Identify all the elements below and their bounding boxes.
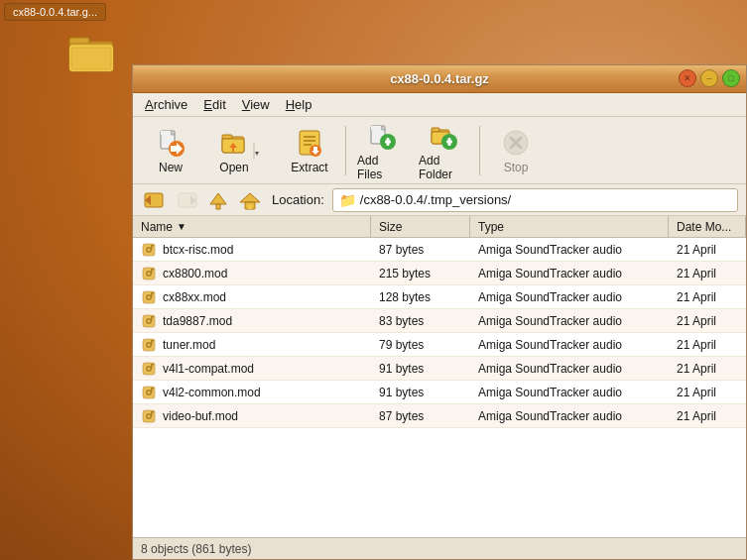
back-button[interactable] bbox=[141, 188, 169, 212]
col-header-date[interactable]: Date Mo... bbox=[669, 216, 746, 237]
file-type-cell: Amiga SoundTracker audio bbox=[470, 409, 669, 423]
file-type-cell: Amiga SoundTracker audio bbox=[470, 314, 669, 328]
svg-rect-56 bbox=[151, 269, 154, 271]
stop-button[interactable]: Stop bbox=[486, 122, 546, 179]
file-audio-icon bbox=[141, 289, 157, 305]
file-type-cell: Amiga SoundTracker audio bbox=[470, 338, 669, 352]
taskbar-item[interactable]: cx88-0.0.4.tar.g... bbox=[4, 3, 106, 21]
file-date-cell: 21 April bbox=[669, 267, 746, 280]
svg-rect-46 bbox=[248, 204, 252, 209]
svg-marker-16 bbox=[255, 152, 259, 156]
extract-icon bbox=[294, 127, 325, 159]
menu-help[interactable]: Help bbox=[278, 95, 320, 114]
file-name: v4l2-common.mod bbox=[163, 386, 261, 399]
file-name-cell: v4l1-compat.mod bbox=[133, 361, 371, 377]
svg-point-64 bbox=[148, 319, 151, 322]
file-name-cell: tuner.mod bbox=[133, 337, 371, 353]
file-audio-icon bbox=[141, 385, 157, 400]
window-title: cx88-0.0.4.tar.gz bbox=[390, 71, 489, 86]
file-name-cell: cx8800.mod bbox=[133, 266, 371, 281]
stop-icon bbox=[500, 127, 532, 159]
file-audio-icon bbox=[141, 313, 157, 329]
open-dropdown-arrow[interactable] bbox=[250, 139, 262, 163]
file-audio-icon bbox=[141, 408, 157, 424]
desktop-folder-icon[interactable] bbox=[67, 28, 115, 75]
table-row[interactable]: tuner.mod 79 bytes Amiga SoundTracker au… bbox=[133, 333, 746, 357]
table-row[interactable]: tda9887.mod 83 bytes Amiga SoundTracker … bbox=[133, 309, 746, 333]
file-name: cx8800.mod bbox=[163, 267, 227, 280]
file-type-cell: Amiga SoundTracker audio bbox=[470, 386, 669, 399]
home-button[interactable] bbox=[236, 188, 264, 212]
location-path: /cx88-0.0.4/.tmp_versions/ bbox=[360, 192, 511, 207]
svg-rect-34 bbox=[448, 138, 451, 146]
toolbar-separator-2 bbox=[479, 126, 480, 175]
locationbar: Location: 📁 /cx88-0.0.4/.tmp_versions/ bbox=[133, 184, 746, 216]
col-header-type[interactable]: Type bbox=[470, 216, 669, 237]
close-button[interactable]: ✕ bbox=[679, 69, 696, 87]
table-row[interactable]: cx8800.mod 215 bytes Amiga SoundTracker … bbox=[133, 262, 746, 285]
file-type-cell: Amiga SoundTracker audio bbox=[470, 267, 669, 280]
file-size-cell: 128 bytes bbox=[371, 290, 470, 304]
sort-arrow-name: ▼ bbox=[177, 221, 187, 232]
statusbar: 8 objects (861 bytes) bbox=[133, 537, 746, 559]
svg-point-84 bbox=[148, 414, 151, 417]
svg-point-54 bbox=[148, 272, 151, 275]
svg-marker-42 bbox=[210, 193, 226, 204]
add-files-icon bbox=[366, 120, 398, 152]
svg-rect-61 bbox=[151, 292, 154, 294]
extract-button[interactable]: Extract bbox=[280, 122, 339, 179]
new-button[interactable]: New bbox=[141, 122, 200, 179]
file-list-body: btcx-risc.mod 87 bytes Amiga SoundTracke… bbox=[133, 238, 746, 537]
open-button[interactable]: Open bbox=[202, 122, 278, 179]
file-date-cell: 21 April bbox=[669, 338, 746, 352]
file-date-cell: 21 April bbox=[669, 409, 746, 423]
svg-rect-7 bbox=[161, 131, 171, 135]
file-date-cell: 21 April bbox=[669, 314, 746, 328]
table-row[interactable]: btcx-risc.mod 87 bytes Amiga SoundTracke… bbox=[133, 238, 746, 262]
file-type-cell: Amiga SoundTracker audio bbox=[470, 362, 669, 376]
menu-edit[interactable]: Edit bbox=[195, 95, 233, 114]
open-icon bbox=[218, 127, 250, 159]
new-icon bbox=[155, 127, 187, 159]
svg-rect-81 bbox=[151, 388, 154, 390]
col-header-size[interactable]: Size bbox=[371, 216, 470, 237]
svg-rect-43 bbox=[216, 204, 220, 209]
minimize-button[interactable]: – bbox=[700, 69, 718, 87]
window-titlebar: cx88-0.0.4.tar.gz ✕ – □ bbox=[133, 65, 746, 93]
svg-marker-44 bbox=[240, 193, 260, 202]
extract-button-label: Extract bbox=[291, 161, 327, 174]
table-row[interactable]: cx88xx.mod 128 bytes Amiga SoundTracker … bbox=[133, 285, 746, 309]
add-folder-icon bbox=[428, 120, 459, 152]
location-bar-input[interactable]: 📁 /cx88-0.0.4/.tmp_versions/ bbox=[332, 188, 738, 212]
table-row[interactable]: video-buf.mod 87 bytes Amiga SoundTracke… bbox=[133, 404, 746, 428]
add-files-button-label: Add Files bbox=[357, 154, 407, 181]
svg-point-49 bbox=[148, 248, 151, 251]
table-row[interactable]: v4l1-compat.mod 91 bytes Amiga SoundTrac… bbox=[133, 357, 746, 381]
file-name-cell: v4l2-common.mod bbox=[133, 385, 371, 400]
col-header-name[interactable]: Name ▼ bbox=[133, 216, 371, 237]
menu-view[interactable]: View bbox=[234, 95, 278, 114]
file-name-cell: btcx-risc.mod bbox=[133, 242, 371, 258]
file-list-header: Name ▼ Size Type Date Mo... bbox=[133, 216, 746, 238]
file-audio-icon bbox=[141, 266, 157, 281]
location-label: Location: bbox=[272, 192, 324, 207]
file-name-cell: tda9887.mod bbox=[133, 313, 371, 329]
file-audio-icon bbox=[141, 361, 157, 377]
file-size-cell: 215 bytes bbox=[371, 267, 470, 280]
window-controls: ✕ – □ bbox=[679, 69, 740, 87]
add-files-button[interactable]: Add Files bbox=[352, 122, 412, 179]
file-date-cell: 21 April bbox=[669, 243, 746, 257]
maximize-button[interactable]: □ bbox=[722, 69, 740, 87]
file-name: tuner.mod bbox=[163, 338, 215, 352]
menu-archive[interactable]: Archive bbox=[137, 95, 195, 114]
forward-button[interactable] bbox=[173, 188, 200, 212]
table-row[interactable]: v4l2-common.mod 91 bytes Amiga SoundTrac… bbox=[133, 381, 746, 404]
svg-rect-4 bbox=[71, 48, 111, 69]
svg-rect-25 bbox=[371, 126, 381, 130]
file-name: video-buf.mod bbox=[163, 409, 238, 423]
up-button[interactable] bbox=[204, 188, 232, 212]
add-folder-button[interactable]: Add Folder bbox=[414, 122, 473, 179]
location-folder-icon: 📁 bbox=[339, 192, 356, 208]
file-list-container: Name ▼ Size Type Date Mo... btcx-risc.mo… bbox=[133, 216, 746, 537]
file-type-cell: Amiga SoundTracker audio bbox=[470, 290, 669, 304]
